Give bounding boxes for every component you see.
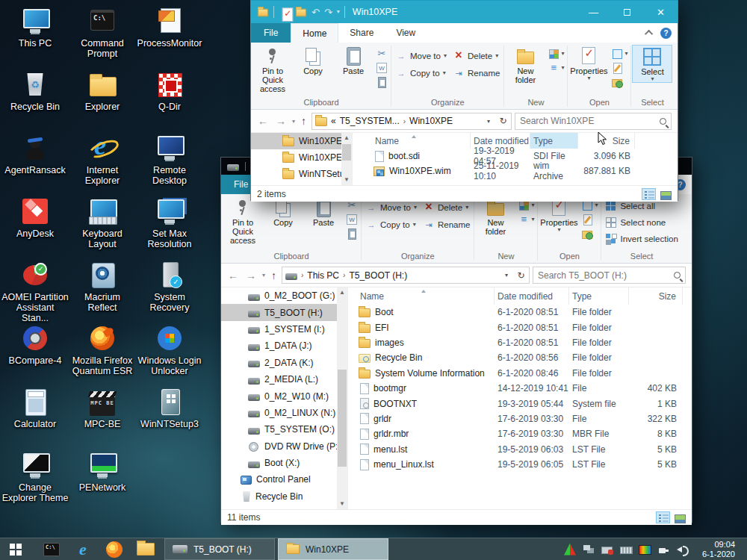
file-row[interactable]: Win10XPE.wim 25-11-2019 10:10 wim Archiv… xyxy=(353,164,678,178)
easy-access-icon[interactable] xyxy=(518,214,530,225)
scroll-down-icon[interactable]: ▼ xyxy=(341,175,352,185)
undo-icon[interactable]: ↶ xyxy=(311,7,320,17)
rename-button[interactable]: Rename xyxy=(450,66,503,80)
forward-icon[interactable]: → xyxy=(244,270,258,281)
desktop-icon[interactable]: Q-Dir xyxy=(136,66,203,130)
customize-qat-icon[interactable]: ▾ xyxy=(337,9,340,15)
desktop-icon[interactable]: WinNTSetup3 xyxy=(136,384,203,447)
breadcrumb-segment[interactable]: T5_SYSTEM... xyxy=(340,116,400,126)
nav-item[interactable]: DVD RW Drive (P:) xyxy=(221,438,347,455)
tab-file[interactable]: File xyxy=(251,23,291,43)
desktop-icon[interactable]: Recycle Bin xyxy=(1,66,69,130)
desktop-icon[interactable]: Calculator xyxy=(1,384,69,447)
new-folder-button[interactable]: New folder xyxy=(475,196,515,236)
search-icon[interactable] xyxy=(660,118,666,125)
copy-to-button[interactable]: Copy to▾ xyxy=(362,218,420,231)
paste-shortcut-icon[interactable] xyxy=(376,76,388,88)
desktop-icon[interactable]: Mozilla Firefox Quantum ESR xyxy=(69,320,136,384)
nav-item[interactable]: T5_SYSTEM (O:) xyxy=(221,421,347,438)
nav-item[interactable]: 1_DATA (J:) xyxy=(221,337,347,354)
file-row[interactable]: EFI 6-1-2020 08:51 File folder xyxy=(348,320,692,335)
desktop-icon[interactable]: Command Prompt xyxy=(69,3,136,66)
properties-button[interactable]: Properties▾ xyxy=(539,196,579,233)
back-icon[interactable]: ← xyxy=(226,270,241,281)
start-button[interactable] xyxy=(0,538,36,560)
nav-item[interactable]: T5_BOOT (H:) xyxy=(221,304,347,320)
up-icon[interactable]: ↑ xyxy=(269,270,279,281)
pin-to-quick-access-button[interactable]: Pin to Quick access xyxy=(252,45,293,93)
delete-button[interactable]: Delete▾ xyxy=(450,49,503,63)
delete-button[interactable]: Delete▾ xyxy=(420,201,473,214)
breadcrumb[interactable]: › This PC › T5_BOOT (H:) ▾ xyxy=(282,267,514,284)
desktop-icon[interactable]: Macrium Reflect xyxy=(69,257,136,320)
desktop-icon[interactable]: Keyboard Layout xyxy=(69,193,136,257)
pin-to-quick-access-button[interactable]: Pin to Quick access xyxy=(223,196,263,245)
file-row[interactable]: grldr 17-6-2019 03:30 File 322 KB xyxy=(348,411,692,426)
desktop-icon[interactable]: Set Max Resolution xyxy=(136,193,203,257)
nav-item[interactable]: 2_MEDIA (L:) xyxy=(221,371,347,388)
breadcrumb-segment[interactable]: T5_BOOT (H:) xyxy=(349,270,407,281)
history-icon[interactable] xyxy=(581,228,593,240)
file-row[interactable]: images 6-1-2020 08:51 File folder xyxy=(348,335,692,350)
close-button[interactable]: ✕ xyxy=(644,1,678,23)
tab-share[interactable]: Share xyxy=(338,23,385,43)
taskbar-file-explorer-button[interactable] xyxy=(130,538,161,560)
forward-icon[interactable]: → xyxy=(273,115,288,127)
macrium-tray-icon[interactable] xyxy=(564,544,576,556)
help-icon[interactable]: ? xyxy=(660,28,672,39)
taskbar-window-button[interactable]: T5_BOOT (H:) xyxy=(164,538,275,560)
breadcrumb-dropdown-icon[interactable]: ▾ xyxy=(503,272,510,279)
qat-properties-icon[interactable] xyxy=(280,7,290,17)
desktop-icon[interactable]: AnyDesk xyxy=(1,193,69,257)
rename-button[interactable]: Rename xyxy=(420,218,473,231)
desktop-icon[interactable]: Change Explorer Theme xyxy=(1,447,69,511)
cut-icon[interactable] xyxy=(376,48,388,60)
column-header-type[interactable]: Type xyxy=(569,287,629,305)
desktop-icon[interactable]: Explorer xyxy=(69,66,136,130)
nav-item[interactable]: 1_SYSTEM (I:) xyxy=(221,321,347,337)
nav-item[interactable]: Boot (X:) xyxy=(221,455,347,471)
taskbar-firefox-button[interactable] xyxy=(99,538,130,560)
desktop-icon[interactable]: PENetwork xyxy=(69,447,136,511)
column-header-date-modified[interactable]: Date modified xyxy=(495,287,569,305)
refresh-icon[interactable]: ↻ xyxy=(495,113,512,130)
file-row[interactable]: Boot 6-1-2020 08:51 File folder xyxy=(348,305,692,320)
usb-tray-icon[interactable] xyxy=(657,544,669,556)
breadcrumb-dropdown-icon[interactable]: ▾ xyxy=(485,118,492,125)
column-header-name[interactable]: Name xyxy=(353,133,471,149)
nav-item[interactable]: WinNTSetup4 xyxy=(251,166,352,182)
copy-path-icon[interactable] xyxy=(346,214,358,225)
copy-path-icon[interactable] xyxy=(376,62,388,74)
input-method-tray-icon[interactable] xyxy=(601,544,613,556)
invert-selection-button[interactable]: Invert selection xyxy=(602,232,681,246)
minimize-button[interactable]: — xyxy=(577,1,610,23)
easy-access-icon[interactable] xyxy=(548,62,560,74)
desktop-icon[interactable]: AOMEI Partition Assistant Stan... xyxy=(1,257,69,320)
file-row[interactable]: Recycle Bin 6-1-2020 08:56 File folder xyxy=(348,350,692,365)
select-none-button[interactable]: Select none xyxy=(602,216,681,229)
tab-home[interactable]: Home xyxy=(291,23,338,43)
desktop-icon[interactable]: BCompare-4 xyxy=(1,320,69,384)
nav-scrollbar[interactable]: ▲ ▼ xyxy=(337,287,347,509)
file-row[interactable]: grldr.mbr 17-6-2019 03:30 MBR File 8 KB xyxy=(348,426,692,441)
thumbnails-view-icon[interactable] xyxy=(672,511,686,523)
nav-item[interactable]: 2_DATA (K:) xyxy=(221,355,347,371)
taskbar-command-prompt-button[interactable] xyxy=(36,538,67,560)
scroll-down-icon[interactable]: ▼ xyxy=(337,499,347,509)
nav-item[interactable]: Control Panel xyxy=(221,471,347,488)
file-row[interactable]: bootmgr 14-12-2019 10:41 File 402 KB xyxy=(348,381,692,396)
desktop-icon[interactable]: This PC xyxy=(1,3,69,66)
nav-scrollbar[interactable]: ▲ ▼ xyxy=(341,133,352,185)
up-icon[interactable]: ↑ xyxy=(299,115,309,127)
breadcrumb-segment[interactable]: Win10XPE xyxy=(409,116,453,126)
column-header-size[interactable]: Size xyxy=(578,133,635,149)
column-header-size[interactable]: Size xyxy=(629,287,683,305)
desktop-icon[interactable]: System Recovery xyxy=(136,257,203,320)
file-row[interactable]: System Volume Information 6-1-2020 08:46… xyxy=(348,366,692,381)
search-input[interactable] xyxy=(538,270,674,281)
refresh-icon[interactable]: ↻ xyxy=(513,267,530,284)
move-to-button[interactable]: Move to▾ xyxy=(362,201,420,214)
edit-icon[interactable] xyxy=(581,214,593,225)
scroll-up-icon[interactable]: ▲ xyxy=(341,133,352,143)
maximize-button[interactable] xyxy=(610,1,644,23)
